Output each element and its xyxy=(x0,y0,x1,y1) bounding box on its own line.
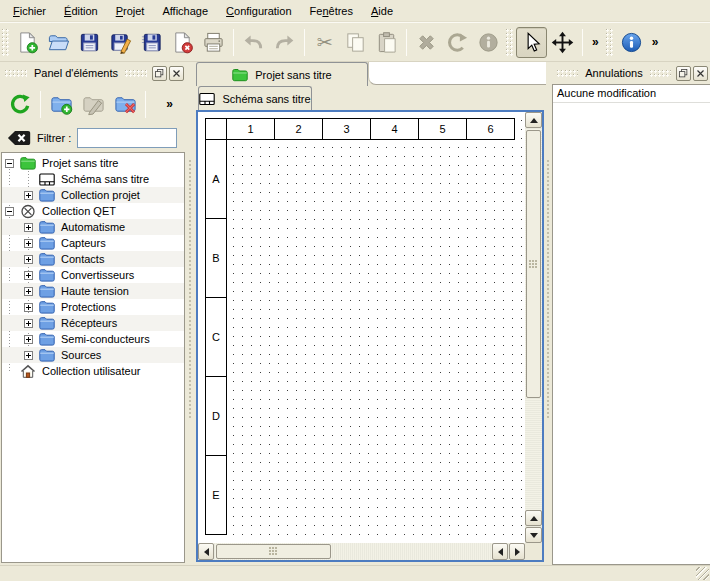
tree-item-haute-tension[interactable]: Haute tension xyxy=(2,283,184,299)
toolbar-handle[interactable] xyxy=(606,29,613,56)
tree-collapse-icon[interactable] xyxy=(5,207,14,216)
schema-canvas[interactable]: 123456 ABCDE xyxy=(198,112,525,543)
toolbar-handle[interactable] xyxy=(2,29,9,56)
menu-fenetres[interactable]: Fenêtres xyxy=(301,1,362,21)
tree-item-automatisme[interactable]: Automatisme xyxy=(2,219,184,235)
scroll-left-button[interactable] xyxy=(198,543,214,560)
delete-button[interactable] xyxy=(411,27,442,58)
elements-tree[interactable]: Projet sans titreSchéma sans titreCollec… xyxy=(1,152,185,563)
tree-item-recepteurs[interactable]: Récepteurs xyxy=(2,315,184,331)
toolbar-overflow-button[interactable]: » xyxy=(587,35,604,49)
dock-grip[interactable] xyxy=(5,70,27,77)
save-as-button[interactable] xyxy=(105,27,136,58)
scroll-up-button-2[interactable] xyxy=(525,510,542,526)
folder-icon xyxy=(39,332,55,347)
float-panel-button[interactable] xyxy=(152,66,167,81)
dock-grip[interactable] xyxy=(650,70,671,77)
left-splitter-handle[interactable] xyxy=(189,160,193,420)
toolbar-overflow-button[interactable]: » xyxy=(161,97,178,111)
tree-item-schema-sans-titre[interactable]: Schéma sans titre xyxy=(2,171,184,187)
new-category-button[interactable] xyxy=(45,88,77,120)
tree-expand-icon[interactable] xyxy=(24,287,33,296)
scroll-left-button-2[interactable] xyxy=(492,543,508,560)
right-splitter-handle[interactable] xyxy=(547,160,551,420)
edit-category-button[interactable] xyxy=(77,88,109,120)
float-panel-button[interactable] xyxy=(676,66,691,81)
undo-button[interactable] xyxy=(238,27,269,58)
tree-expand-icon[interactable] xyxy=(24,223,33,232)
move-mode-button[interactable] xyxy=(547,27,578,58)
tree-item-label: Sources xyxy=(61,349,101,361)
scroll-up-button[interactable] xyxy=(525,112,542,128)
tree-expand-icon[interactable] xyxy=(24,239,33,248)
tab-schema[interactable]: Schéma sans titre xyxy=(198,86,312,110)
horizontal-scrollbar[interactable] xyxy=(198,543,525,560)
tree-item-collection-utilisateur[interactable]: Collection utilisateur xyxy=(2,363,184,379)
tree-expand-icon[interactable] xyxy=(24,335,33,344)
elements-panel-toolbar: » xyxy=(0,84,186,124)
tree-item-collection-qet[interactable]: Collection QET xyxy=(2,203,184,219)
tree-collapse-icon[interactable] xyxy=(5,159,14,168)
close-document-button[interactable] xyxy=(167,27,198,58)
vertical-scrollbar-thumb[interactable] xyxy=(526,130,541,398)
tree-expand-icon[interactable] xyxy=(24,351,33,360)
menu-fichier[interactable]: Fichier xyxy=(4,1,55,21)
tree-item-sources[interactable]: Sources xyxy=(2,347,184,363)
paste-icon xyxy=(375,31,398,54)
redo-button[interactable] xyxy=(269,27,300,58)
reload-collections-button[interactable] xyxy=(4,88,36,120)
tree-item-semi-conducteurs[interactable]: Semi-conducteurs xyxy=(2,331,184,347)
resize-grip[interactable] xyxy=(696,567,709,580)
tab-project[interactable]: Projet sans titre xyxy=(196,62,368,86)
column-header-1: 1 xyxy=(226,118,275,140)
tree-expand-icon[interactable] xyxy=(24,271,33,280)
cut-button[interactable]: ✂ xyxy=(309,27,340,58)
clear-filter-button[interactable] xyxy=(7,129,31,147)
delete-category-button[interactable] xyxy=(109,88,141,120)
tree-item-capteurs[interactable]: Capteurs xyxy=(2,235,184,251)
close-panel-button[interactable] xyxy=(693,66,708,81)
save-all-button[interactable] xyxy=(136,27,167,58)
menu-projet[interactable]: Projet xyxy=(107,1,154,21)
copy-button[interactable] xyxy=(340,27,371,58)
paste-button[interactable] xyxy=(371,27,402,58)
tree-expand-icon[interactable] xyxy=(24,255,33,264)
schema-view[interactable]: 123456 ABCDE xyxy=(196,110,544,562)
tree-expand-icon[interactable] xyxy=(24,303,33,312)
tree-item-projet-sans-titre[interactable]: Projet sans titre xyxy=(2,155,184,171)
scroll-right-button[interactable] xyxy=(509,543,525,560)
about-button[interactable] xyxy=(616,27,647,58)
filter-input[interactable] xyxy=(77,128,177,148)
tree-item-collection-projet[interactable]: Collection projet xyxy=(2,187,184,203)
menu-configuration[interactable]: Configuration xyxy=(217,1,300,21)
select-cursor-icon xyxy=(520,31,543,54)
toolbar-overflow-button[interactable]: » xyxy=(647,35,664,49)
vertical-scrollbar[interactable] xyxy=(525,112,542,543)
menu-edition[interactable]: Édition xyxy=(55,1,107,21)
undo-history-list[interactable]: Aucune modification xyxy=(552,84,710,565)
tree-expand-icon[interactable] xyxy=(24,191,33,200)
dock-grip[interactable] xyxy=(125,70,147,77)
tree-item-contacts[interactable]: Contacts xyxy=(2,251,184,267)
dock-grip[interactable] xyxy=(557,70,578,77)
element-info-button[interactable] xyxy=(473,27,504,58)
toolbar-handle[interactable] xyxy=(506,29,513,56)
print-icon xyxy=(202,31,225,54)
select-mode-button[interactable] xyxy=(516,27,547,58)
tree-item-convertisseurs[interactable]: Convertisseurs xyxy=(2,267,184,283)
tree-item-protections[interactable]: Protections xyxy=(2,299,184,315)
rotate-button[interactable] xyxy=(442,27,473,58)
horizontal-scrollbar-thumb[interactable] xyxy=(216,544,331,559)
scroll-down-button[interactable] xyxy=(525,527,542,543)
undo-history-item[interactable]: Aucune modification xyxy=(553,85,710,103)
new-document-button[interactable] xyxy=(12,27,43,58)
schema-icon xyxy=(199,92,215,106)
open-document-button[interactable] xyxy=(43,27,74,58)
tree-expand-icon[interactable] xyxy=(24,319,33,328)
menu-affichage[interactable]: Affichage xyxy=(153,1,217,21)
close-panel-button[interactable] xyxy=(169,66,184,81)
save-button[interactable] xyxy=(74,27,105,58)
menu-aide[interactable]: Aide xyxy=(362,1,402,21)
print-button[interactable] xyxy=(198,27,229,58)
column-header-5: 5 xyxy=(418,118,467,140)
